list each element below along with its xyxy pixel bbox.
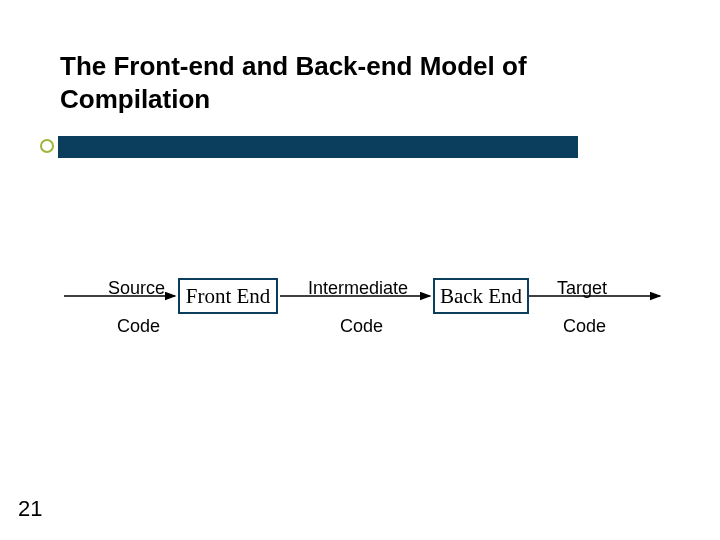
label-code-1: Code [117,316,160,337]
label-code-2: Code [340,316,383,337]
title-underline-bar [58,136,578,158]
box-back-end: Back End [433,278,529,314]
label-source: Source [108,278,165,299]
label-intermediate: Intermediate [308,278,408,299]
title-underline-row [40,134,640,160]
page-number: 21 [18,496,42,522]
title-line-1: The Front-end and Back-end Model of [60,50,620,83]
slide-title: The Front-end and Back-end Model of Comp… [60,50,620,115]
box-front-end: Front End [178,278,278,314]
label-code-3: Code [563,316,606,337]
title-line-2: Compilation [60,83,620,116]
bullet-icon [40,139,54,153]
label-target: Target [557,278,607,299]
